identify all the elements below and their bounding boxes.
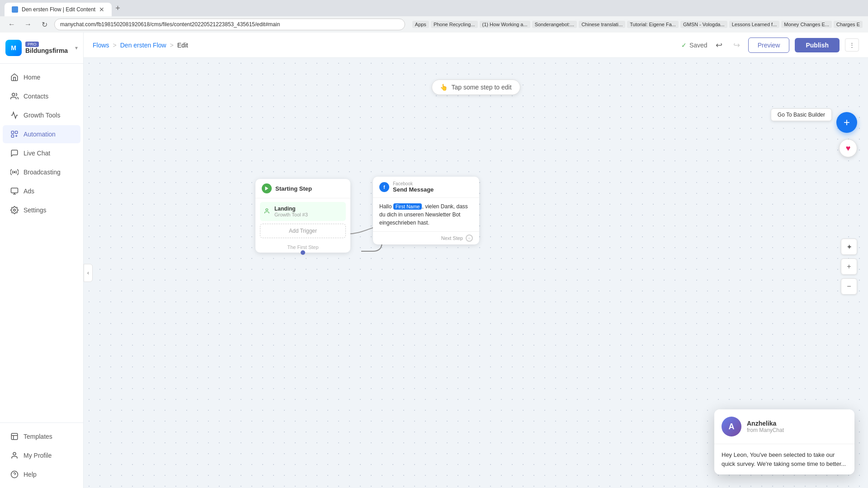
address-bar[interactable]: manychat.com/fb198150208192061​8/cms/fil…: [54, 19, 405, 30]
wand-tool-button[interactable]: ✦: [841, 239, 857, 255]
url-text: manychat.com/fb198150208192061​8/cms/fil…: [60, 21, 280, 28]
tap-hint: 👆 Tap some step to edit: [431, 80, 520, 95]
saved-text: Saved: [689, 42, 708, 49]
chat-avatar: A: [722, 417, 741, 436]
undo-button[interactable]: ↩: [713, 38, 725, 53]
bookmark-item[interactable]: Money Changes E...: [781, 21, 832, 28]
bookmark-item[interactable]: Phone Recycling...: [431, 21, 478, 28]
go-basic-builder-button[interactable]: Go To Basic Builder: [771, 108, 832, 121]
sidebar-item-ads[interactable]: Ads: [3, 182, 80, 200]
first-name-tag: First Name: [393, 203, 422, 210]
trigger-icon: [264, 208, 271, 216]
next-step-connector[interactable]: ○: [466, 235, 473, 242]
breadcrumb-flows[interactable]: Flows: [93, 42, 109, 49]
back-button[interactable]: ←: [5, 18, 18, 31]
bookmark-item[interactable]: (1) How Working a...: [480, 21, 530, 28]
trigger-item[interactable]: Landing Growth Tool #3: [260, 202, 346, 221]
bookmark-item[interactable]: Sonderangebot:...: [532, 21, 577, 28]
zoom-in-button[interactable]: +: [841, 258, 857, 275]
sidebar-item-contacts[interactable]: Contacts: [3, 87, 80, 105]
sidebar-bottom: Templates My Profile Help: [0, 422, 83, 488]
sidebar-item-help[interactable]: Help: [3, 465, 80, 483]
logo-letter: M: [11, 44, 16, 52]
tab-close-button[interactable]: ✕: [99, 6, 104, 13]
bookmark-item[interactable]: Charges E: [834, 21, 863, 28]
tap-hint-text: Tap some step to edit: [451, 84, 511, 91]
active-tab[interactable]: Den ersten Flow | Edit Content ✕: [5, 3, 112, 16]
refresh-button[interactable]: ↻: [38, 18, 51, 31]
avatar-letter: A: [729, 422, 735, 432]
breadcrumb-sep1: >: [113, 42, 117, 49]
facebook-icon: f: [379, 182, 389, 192]
breadcrumb-sep2: >: [170, 42, 174, 49]
canvas-tools: ✦ + −: [841, 239, 857, 295]
svg-rect-3: [11, 135, 14, 137]
breadcrumb: Flows > Den ersten Flow > Edit: [93, 42, 188, 49]
brand-name: Bildungsfirma: [25, 47, 71, 54]
sidebar-item-live-chat[interactable]: Live Chat: [3, 144, 80, 162]
bookmark-item[interactable]: Apps: [412, 21, 429, 28]
sidebar-item-broadcasting[interactable]: Broadcasting: [3, 163, 80, 181]
tab-favicon: [12, 6, 18, 13]
bookmark-item[interactable]: Tutorial: Eigene Fa...: [627, 21, 679, 28]
svg-rect-5: [11, 188, 18, 193]
tap-hint-emoji: 👆: [440, 84, 448, 91]
message-text: Hallo First Name, vielen Dank, dass du d…: [373, 198, 479, 231]
bookmark-item[interactable]: GMSN - Vologda...: [680, 21, 727, 28]
brand-logo: M: [5, 40, 22, 56]
forward-button[interactable]: →: [22, 18, 34, 31]
heart-icon: ♥: [846, 144, 851, 153]
send-message-node[interactable]: f Facebook Send Message Hallo First Name…: [373, 177, 479, 244]
sidebar-expand-button[interactable]: ‹: [84, 264, 93, 282]
sidebar-header[interactable]: M PRO Bildungsfirma ▾: [0, 33, 83, 64]
zoom-out-button[interactable]: −: [841, 278, 857, 295]
sidebar-item-settings[interactable]: Settings: [3, 201, 80, 219]
sidebar-item-growth-tools-label: Growth Tools: [24, 112, 60, 119]
help-icon: [10, 470, 19, 479]
sidebar-item-home-label: Home: [24, 74, 40, 81]
sidebar-item-automation[interactable]: Automation: [3, 125, 80, 143]
chat-sender-name: Anzhelika: [747, 420, 847, 427]
flow-canvas[interactable]: 👆 Tap some step to edit + ♥ Go To Basic …: [84, 58, 868, 488]
starting-step-title: Starting Step: [275, 185, 312, 192]
templates-icon: [10, 432, 19, 441]
sidebar-item-home[interactable]: Home: [3, 68, 80, 86]
sidebar-item-contacts-label: Contacts: [24, 93, 48, 100]
starting-step-node[interactable]: Starting Step Landing Growth Tool #3 Add…: [255, 179, 350, 253]
starting-step-footer: The First Step: [255, 242, 350, 253]
more-options-button[interactable]: ⋮: [845, 38, 859, 52]
bookmark-item[interactable]: Chinese translati...: [579, 21, 625, 28]
svg-point-16: [266, 208, 268, 211]
ads-icon: [10, 187, 19, 196]
first-step-label: The First Step: [287, 244, 318, 250]
minus-icon: −: [847, 282, 851, 291]
chat-sender-from: from ManyChat: [747, 427, 847, 433]
breadcrumb-flow-name[interactable]: Den ersten Flow: [120, 42, 166, 49]
svg-point-4: [14, 172, 15, 173]
sidebar-item-settings-label: Settings: [24, 206, 47, 214]
preview-button[interactable]: Preview: [748, 38, 790, 53]
automation-icon: [10, 130, 19, 139]
chat-widget[interactable]: A Anzhelika from ManyChat Hey Leon, You'…: [714, 409, 854, 474]
fb-label: Facebook: [393, 181, 434, 186]
next-step-label: Next Step: [441, 235, 463, 241]
svg-marker-15: [265, 187, 269, 191]
fab-plus-icon: +: [844, 116, 850, 129]
sidebar-item-my-profile[interactable]: My Profile: [3, 446, 80, 465]
bookmark-item[interactable]: Lessons Learned f...: [729, 21, 780, 28]
sidebar-item-growth-tools[interactable]: Growth Tools: [3, 106, 80, 124]
favorite-fab[interactable]: ♥: [839, 139, 857, 157]
node-output-dot: [301, 250, 305, 255]
svg-rect-2: [15, 131, 18, 133]
redo-button[interactable]: ↪: [731, 38, 743, 53]
starting-step-body: Landing Growth Tool #3 Add Trigger: [255, 198, 350, 242]
contacts-icon: [10, 92, 19, 101]
sidebar-item-templates[interactable]: Templates: [3, 427, 80, 446]
chat-message-text: Hey Leon, You've been selected to take o…: [714, 444, 854, 474]
add-step-fab[interactable]: +: [836, 112, 857, 133]
publish-button[interactable]: Publish: [795, 38, 840, 52]
add-trigger-button[interactable]: Add Trigger: [260, 224, 346, 238]
saved-indicator: ✓ Saved: [681, 42, 708, 49]
new-tab-button[interactable]: +: [112, 4, 124, 13]
svg-point-8: [14, 209, 16, 211]
